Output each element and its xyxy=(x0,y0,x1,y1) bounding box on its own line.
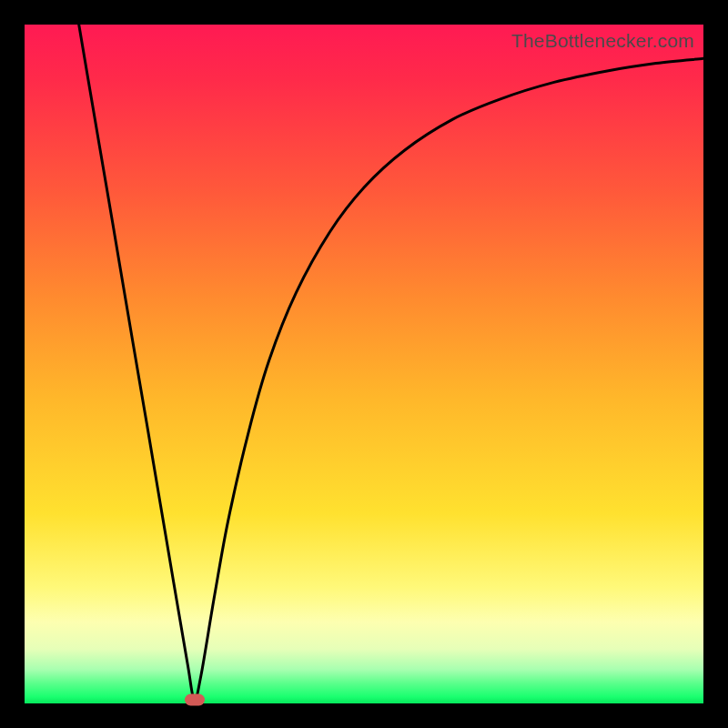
chart-frame: TheBottlenecker.com xyxy=(0,0,728,728)
watermark-text: TheBottlenecker.com xyxy=(511,30,694,52)
plot-area: TheBottlenecker.com xyxy=(25,25,703,703)
minimum-marker xyxy=(185,694,205,706)
bottleneck-curve xyxy=(79,25,703,701)
curve-svg xyxy=(25,25,703,703)
